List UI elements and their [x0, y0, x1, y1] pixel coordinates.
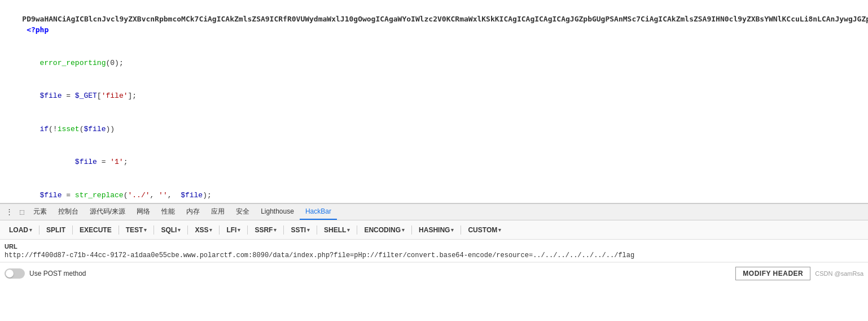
custom-button[interactable]: CUSTOM ▾ — [463, 224, 506, 236]
load-button[interactable]: LOAD ▾ — [5, 224, 37, 236]
shell-button[interactable]: SHELL ▾ — [319, 224, 354, 236]
right-actions: MODIFY HEADER CSDN @samRsa — [735, 267, 863, 280]
toggle-knob — [6, 270, 14, 277]
devtools-icon-1[interactable]: ⋮ — [2, 205, 16, 219]
lfi-arrow: ▾ — [238, 227, 240, 233]
divider-3 — [119, 225, 119, 235]
tab-memory[interactable]: 内存 — [181, 204, 205, 220]
code-display: PD9waHANCiAgICBlcnJvcl9yZXBvcnRpbmcoMCk7… — [0, 0, 868, 203]
devtools-tabbar: ⋮ ⬚ 元素 控制台 源代码/来源 网络 性能 内存 应用 安全 Lightho… — [0, 203, 868, 220]
tab-application[interactable]: 应用 — [205, 204, 230, 220]
divider-4 — [154, 225, 154, 235]
tab-console[interactable]: 控制台 — [52, 204, 84, 220]
sqli-button[interactable]: SQLI ▾ — [156, 224, 185, 236]
load-arrow: ▾ — [29, 227, 32, 233]
encoding-arrow: ▾ — [402, 227, 405, 233]
divider-10 — [357, 225, 357, 235]
hackbar-toolbar: LOAD ▾ SPLIT EXECUTE TEST ▾ SQLI ▾ XSS ▾… — [0, 220, 868, 240]
url-label: URL — [5, 243, 863, 250]
tab-performance[interactable]: 性能 — [156, 204, 181, 220]
tab-elements[interactable]: 元素 — [28, 204, 52, 220]
post-method-toggle[interactable] — [5, 268, 25, 279]
divider-9 — [317, 225, 317, 235]
code-line-4: $file = '1'; — [5, 146, 863, 179]
divider-12 — [461, 225, 461, 235]
tab-lighthouse[interactable]: Lighthouse — [255, 204, 300, 220]
hashing-arrow: ▾ — [451, 227, 454, 233]
test-button[interactable]: TEST ▾ — [121, 224, 152, 236]
ssti-arrow: ▾ — [307, 227, 310, 233]
divider-7 — [247, 225, 248, 235]
php-open-tag: <?php — [22, 25, 49, 34]
modify-header-button[interactable]: MODIFY HEADER — [735, 267, 810, 280]
devtools-icon-2[interactable]: ⬚ — [16, 205, 28, 219]
post-method-label: Use POST method — [29, 270, 86, 277]
ssti-button[interactable]: SSTI ▾ — [286, 224, 314, 236]
divider-5 — [187, 225, 188, 235]
url-input[interactable] — [5, 251, 863, 259]
encoded-text: PD9waHANCiAgICBlcnJvcl9yZXBvcnRpbmcoMCk7… — [22, 15, 868, 23]
ssrf-button[interactable]: SSRF ▾ — [250, 224, 281, 236]
tab-hackbar[interactable]: HackBar — [300, 204, 337, 220]
lfi-button[interactable]: LFI ▾ — [222, 224, 245, 236]
divider-11 — [411, 225, 412, 235]
test-arrow: ▾ — [144, 227, 147, 233]
shell-arrow: ▾ — [347, 227, 350, 233]
tab-sources[interactable]: 源代码/来源 — [84, 204, 131, 220]
toggle-area: Use POST method — [5, 268, 86, 279]
divider-2 — [72, 225, 73, 235]
bottom-bar: Use POST method MODIFY HEADER CSDN @samR… — [0, 262, 868, 284]
xss-arrow: ▾ — [209, 227, 212, 233]
code-line-1: error_reporting(0); — [5, 46, 863, 80]
divider-8 — [283, 225, 284, 235]
encoding-button[interactable]: ENCODING ▾ — [360, 224, 409, 236]
csdn-label: CSDN @samRsa — [815, 270, 863, 277]
custom-arrow: ▾ — [498, 227, 501, 233]
code-line-2: $file = $_GET['file']; — [5, 80, 863, 113]
tab-security[interactable]: 安全 — [230, 204, 255, 220]
sqli-arrow: ▾ — [178, 227, 181, 233]
xss-button[interactable]: XSS ▾ — [190, 224, 217, 236]
ssrf-arrow: ▾ — [274, 227, 277, 233]
code-line-3: if(!isset($file)) — [5, 112, 863, 146]
divider-6 — [219, 225, 220, 235]
execute-button[interactable]: EXECUTE — [75, 224, 116, 236]
url-area: URL — [0, 240, 868, 262]
split-button[interactable]: SPLIT — [42, 224, 70, 236]
tab-network[interactable]: 网络 — [131, 204, 156, 220]
divider-1 — [39, 225, 40, 235]
code-line-5: $file = str_replace('../', '', $file); — [5, 179, 863, 203]
encoded-string: PD9waHANCiAgICBlcnJvcl9yZXBvcnRpbmcoMCk7… — [5, 2, 863, 46]
hashing-button[interactable]: HASHING ▾ — [414, 224, 458, 236]
